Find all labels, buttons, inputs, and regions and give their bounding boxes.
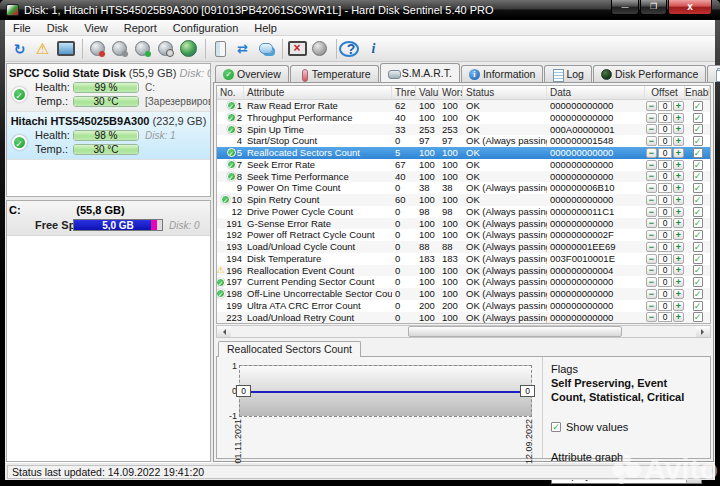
col-worst[interactable]: Worst xyxy=(439,86,463,99)
offset-increase-button[interactable] xyxy=(673,101,684,111)
menu-item[interactable]: Report xyxy=(116,20,165,35)
enable-checkbox[interactable] xyxy=(693,277,703,287)
horizontal-scrollbar[interactable] xyxy=(216,325,711,338)
enable-checkbox[interactable] xyxy=(693,183,703,193)
scrollbar-thumb[interactable] xyxy=(408,326,622,337)
enable-checkbox[interactable] xyxy=(693,171,703,181)
network-status-icon[interactable] xyxy=(255,39,276,59)
table-row[interactable]: 2 Throughput Performance 40 100 100 OK 0… xyxy=(217,112,710,124)
offset-increase-button[interactable] xyxy=(673,230,684,240)
offset-increase-button[interactable] xyxy=(673,277,684,287)
offset-decrease-button[interactable] xyxy=(646,195,657,205)
menu-item[interactable]: Disk xyxy=(39,20,76,35)
offset-decrease-button[interactable] xyxy=(646,218,657,228)
titlebar[interactable]: Disk: 1, Hitachi HTS545025B9A300 [091013… xyxy=(0,0,720,20)
offset-increase-button[interactable] xyxy=(673,160,684,170)
table-row[interactable]: 9 Power On Time Count 0 38 38 OK (Always… xyxy=(217,182,710,194)
enable-checkbox[interactable] xyxy=(693,124,703,134)
enable-checkbox[interactable] xyxy=(693,301,703,311)
offset-decrease-button[interactable] xyxy=(646,277,657,287)
offset-increase-button[interactable] xyxy=(673,148,684,158)
col-status[interactable]: Status xyxy=(463,86,547,99)
table-row[interactable]: 5 Reallocated Sectors Count 5 100 100 OK… xyxy=(217,147,710,159)
col-data[interactable]: Data xyxy=(547,86,645,99)
col-threshold[interactable]: Thre... xyxy=(392,86,416,99)
menu-item[interactable]: View xyxy=(76,20,116,35)
table-row[interactable]: 198 Off-Line Uncorrectable Sector Count … xyxy=(217,288,710,300)
enable-checkbox[interactable] xyxy=(693,160,703,170)
sound-icon[interactable] xyxy=(309,39,330,59)
offset-decrease-button[interactable] xyxy=(646,136,657,146)
offset-decrease-button[interactable] xyxy=(646,207,657,217)
table-row[interactable]: 3 Spin Up Time 33 253 253 OK 000A0000000… xyxy=(217,124,710,136)
offset-decrease-button[interactable] xyxy=(646,230,657,240)
table-row[interactable]: 10 Spin Retry Count 60 100 100 OK 000000… xyxy=(217,194,710,206)
offset-decrease-button[interactable] xyxy=(646,160,657,170)
table-row[interactable]: 194 Disk Temperature 0 183 183 OK (Alway… xyxy=(217,253,710,265)
enable-checkbox[interactable] xyxy=(693,113,703,123)
offset-decrease-button[interactable] xyxy=(646,148,657,158)
tab-smart[interactable]: S.M.A.R.T. xyxy=(380,63,460,82)
menu-item[interactable]: File xyxy=(5,20,39,35)
enable-checkbox[interactable] xyxy=(693,289,703,299)
enable-checkbox[interactable] xyxy=(693,207,703,217)
maximize-button[interactable] xyxy=(640,0,667,15)
col-no[interactable]: No. xyxy=(217,86,244,99)
offset-increase-button[interactable] xyxy=(673,289,684,299)
table-row[interactable]: 199 Ultra ATA CRC Error Count 0 200 200 … xyxy=(217,300,710,312)
offset-increase-button[interactable] xyxy=(673,254,684,264)
scroll-right-arrow[interactable] xyxy=(696,326,710,337)
table-row[interactable]: 223 Load/Unload Retry Count 0 100 100 OK… xyxy=(217,312,710,324)
disk-test-green-icon[interactable] xyxy=(132,39,153,59)
tab-temperature[interactable]: Temperature xyxy=(290,65,379,82)
scroll-left-arrow[interactable] xyxy=(217,326,231,337)
tab-disk-performance[interactable]: Disk Performance xyxy=(593,65,706,82)
col-value[interactable]: Value xyxy=(416,86,439,99)
table-row[interactable]: 197 Current Pending Sector Count 0 100 1… xyxy=(217,276,710,288)
offset-decrease-button[interactable] xyxy=(646,289,657,299)
info-icon[interactable]: i xyxy=(363,39,384,59)
show-values-checkbox[interactable] xyxy=(551,422,561,432)
online-globe-icon[interactable] xyxy=(178,39,199,59)
disk-test-gray-icon[interactable] xyxy=(109,39,130,59)
table-row[interactable]: 196 Reallocation Event Count 0 100 100 O… xyxy=(217,265,710,277)
display-test-icon[interactable] xyxy=(282,39,307,59)
offset-decrease-button[interactable] xyxy=(646,312,657,322)
graph-tab[interactable]: Reallocated Sectors Count xyxy=(218,341,361,357)
enable-checkbox[interactable] xyxy=(693,254,703,264)
offset-decrease-button[interactable] xyxy=(646,113,657,123)
table-row[interactable]: 191 G-Sense Error Rate 0 100 100 OK (Alw… xyxy=(217,218,710,230)
table-row[interactable]: 12 Drive Power Cycle Count 0 98 98 OK (A… xyxy=(217,206,710,218)
offset-increase-button[interactable] xyxy=(673,207,684,217)
table-row[interactable]: 7 Seek Error Rate 67 100 100 OK 00000000… xyxy=(217,159,710,171)
offset-increase-button[interactable] xyxy=(673,265,684,275)
offset-increase-button[interactable] xyxy=(673,195,684,205)
sync-icon[interactable]: ⇄ xyxy=(232,39,253,59)
refresh-icon[interactable]: ↻ xyxy=(9,39,30,59)
offset-increase-button[interactable] xyxy=(673,312,684,322)
disk-card-0[interactable]: SPCC Solid State Disk (55,9 GB) Disk: 0 … xyxy=(7,64,210,112)
disk-surface-scan-icon[interactable] xyxy=(155,39,176,59)
tab-log[interactable]: Log xyxy=(544,65,592,82)
enable-checkbox[interactable] xyxy=(693,242,703,252)
tab-overview[interactable]: Overview xyxy=(215,65,289,82)
offset-increase-button[interactable] xyxy=(673,113,684,123)
enable-checkbox[interactable] xyxy=(693,265,703,275)
disk-card-1[interactable]: Hitachi HTS545025B9A300 (232,9 GB) Healt… xyxy=(7,112,210,160)
enable-checkbox[interactable] xyxy=(693,136,703,146)
close-button[interactable] xyxy=(668,0,712,15)
status-window-icon[interactable] xyxy=(55,39,76,59)
offset-decrease-button[interactable] xyxy=(646,101,657,111)
tab-alerts[interactable]: Alerts xyxy=(707,65,720,82)
enable-checkbox[interactable] xyxy=(693,195,703,205)
table-row[interactable]: 1 Raw Read Error Rate 62 100 100 OK 0000… xyxy=(217,100,710,112)
tab-information[interactable]: Information xyxy=(461,65,544,82)
partition-row[interactable]: Free Space 5,0 GB Disk: 0 xyxy=(7,217,210,236)
offset-decrease-button[interactable] xyxy=(646,301,657,311)
minimize-button[interactable] xyxy=(611,0,639,15)
col-attribute[interactable]: Attribute xyxy=(244,86,392,99)
offset-increase-button[interactable] xyxy=(673,242,684,252)
help-icon[interactable]: ? xyxy=(336,39,361,59)
offset-decrease-button[interactable] xyxy=(646,265,657,275)
offset-increase-button[interactable] xyxy=(673,183,684,193)
